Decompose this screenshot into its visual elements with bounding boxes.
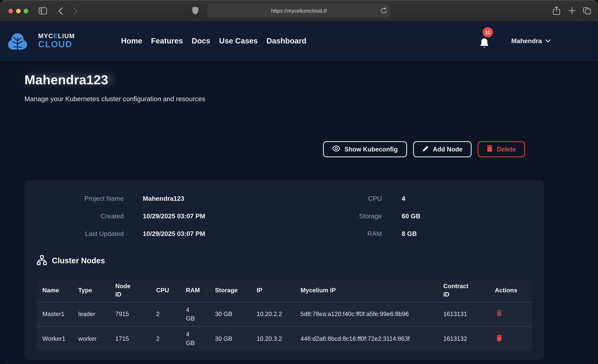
node-storage: 30 GB <box>215 302 257 326</box>
notification-count-badge: 11 <box>483 27 493 37</box>
trash-icon <box>487 145 493 153</box>
browser-window: https://myceliumcloud.tf <box>0 0 598 364</box>
delete-label: Delete <box>497 146 516 153</box>
trash-icon <box>496 312 502 318</box>
cluster-overview: Project Name Mahendra123 Created 10/29/2… <box>37 190 532 243</box>
column-header: RAM <box>186 279 215 302</box>
chevron-down-icon <box>545 38 551 44</box>
show-kubeconfig-button[interactable]: Show Kubeconfig <box>323 141 407 157</box>
overview-row: RAM 8 GB <box>284 225 532 243</box>
overview-row: Last Updated 10/29/2025 03:07 PM <box>37 225 284 243</box>
main-content: Mahendra123 Manage your Kubernetes clust… <box>0 22 598 364</box>
node-ram: 4 GB <box>186 302 215 326</box>
add-node-button[interactable]: Add Node <box>413 141 472 157</box>
forward-icon[interactable] <box>73 7 78 16</box>
eye-icon <box>332 145 340 153</box>
cluster-nodes-table: Name Type Node ID CPU RAM Storage IP Myc… <box>37 279 532 351</box>
cluster-nodes-heading: Cluster Nodes <box>37 255 532 266</box>
cpu-label: CPU <box>284 195 382 203</box>
back-icon[interactable] <box>58 7 63 16</box>
site-navbar: MYCELIUM CLOUD Home Features Docs Use Ca… <box>0 22 598 61</box>
nav-link-use-cases[interactable]: Use Cases <box>219 37 258 45</box>
ram-value: 8 GB <box>402 230 417 238</box>
cluster-nodes-title: Cluster Nodes <box>52 256 105 265</box>
node-name: Worker1 <box>37 326 78 351</box>
node-mycelium-ip: 446:d2a6:8bcd:8c16:ff0f:72e2:3114:863f <box>300 326 443 351</box>
overview-row: Created 10/29/2025 03:07 PM <box>37 207 284 225</box>
overview-row: Project Name Mahendra123 <box>37 190 284 208</box>
storage-label: Storage <box>284 213 382 220</box>
column-header: Storage <box>215 279 257 302</box>
delete-node-button[interactable] <box>495 309 504 318</box>
created-value: 10/29/2025 03:07 PM <box>143 213 205 220</box>
overview-row: CPU 4 <box>284 190 532 208</box>
table-row: Worker1 worker 1715 2 4 GB 30 GB 10.20.3… <box>37 326 532 351</box>
address-bar[interactable]: https://myceliumcloud.tf <box>207 4 390 17</box>
url-text: https://myceliumcloud.tf <box>271 8 327 14</box>
column-header: Name <box>37 279 78 302</box>
node-cpu: 2 <box>156 326 186 351</box>
node-storage: 30 GB <box>215 326 257 351</box>
column-header: Type <box>78 279 115 302</box>
add-node-label: Add Node <box>433 146 463 153</box>
nav-link-docs[interactable]: Docs <box>192 37 210 45</box>
node-contract-id: 1613132 <box>443 326 495 351</box>
last-updated-label: Last Updated <box>37 230 124 238</box>
ram-label: RAM <box>284 230 382 238</box>
table-row: Master1 leader 7915 2 4 GB 30 GB 10.20.2… <box>37 302 532 326</box>
share-icon[interactable] <box>553 6 560 17</box>
column-header: Node ID <box>115 279 156 302</box>
node-id: 1715 <box>115 326 156 351</box>
node-id: 7915 <box>115 302 156 326</box>
overview-row: Storage 60 GB <box>284 207 532 225</box>
sidebar-toggle-icon[interactable] <box>39 7 47 16</box>
project-name-value: Mahendra123 <box>143 195 184 203</box>
created-label: Created <box>37 213 124 220</box>
minimize-button[interactable] <box>16 9 21 13</box>
column-header: Contract ID <box>443 279 495 302</box>
column-header: CPU <box>156 279 186 302</box>
nav-link-home[interactable]: Home <box>121 37 142 45</box>
column-header: IP <box>257 279 300 302</box>
node-cpu: 2 <box>156 302 186 326</box>
node-ip: 10.20.3.2 <box>257 326 300 351</box>
user-menu[interactable]: Mahendra <box>511 22 551 60</box>
nav-links: Home Features Docs Use Cases Dashboard <box>121 22 306 60</box>
node-mycelium-ip: 5d8:78ea:a120:f40c:ff0f:a5fe:99e6:8b96 <box>300 302 443 326</box>
page: Mahendra123 Manage your Kubernetes clust… <box>0 22 598 364</box>
trash-icon <box>496 337 502 342</box>
show-kubeconfig-label: Show Kubeconfig <box>345 146 398 153</box>
privacy-shield-icon <box>192 7 199 17</box>
user-name: Mahendra <box>511 37 542 45</box>
node-ram: 4 GB <box>186 326 215 351</box>
column-header: Actions <box>495 279 532 302</box>
fullscreen-button[interactable] <box>24 9 28 13</box>
pencil-icon <box>422 145 429 153</box>
table-header-row: Name Type Node ID CPU RAM Storage IP Myc… <box>37 279 532 302</box>
last-updated-value: 10/29/2025 03:07 PM <box>143 230 205 238</box>
project-name-label: Project Name <box>37 195 124 203</box>
cluster-actions: Show Kubeconfig Add Node <box>25 141 544 157</box>
node-ip: 10.20.2.2 <box>257 302 300 326</box>
reload-icon[interactable] <box>381 7 387 15</box>
node-name: Master1 <box>37 302 78 326</box>
motion-blur-ghost <box>27 74 114 84</box>
network-icon <box>37 255 47 267</box>
node-type: worker <box>78 326 115 351</box>
cluster-details-card: Project Name Mahendra123 Created 10/29/2… <box>25 180 544 360</box>
page-subtitle: Manage your Kubernetes cluster configura… <box>25 94 598 103</box>
nav-link-dashboard[interactable]: Dashboard <box>266 37 306 45</box>
tab-overview-icon[interactable] <box>583 7 591 16</box>
cpu-value: 4 <box>402 195 405 203</box>
new-tab-icon[interactable] <box>568 7 575 15</box>
nav-link-features[interactable]: Features <box>151 37 183 45</box>
column-header: Mycelium IP <box>300 279 443 302</box>
mycelium-cloud-logo-icon[interactable] <box>7 30 29 54</box>
close-button[interactable] <box>8 9 13 13</box>
brand-wordmark[interactable]: MYCELIUM CLOUD <box>38 33 75 49</box>
delete-node-button[interactable] <box>495 334 504 343</box>
delete-cluster-button[interactable]: Delete <box>478 141 525 157</box>
browser-toolbar: https://myceliumcloud.tf <box>0 0 598 22</box>
node-type: leader <box>78 302 115 326</box>
node-contract-id: 1613131 <box>443 302 495 326</box>
